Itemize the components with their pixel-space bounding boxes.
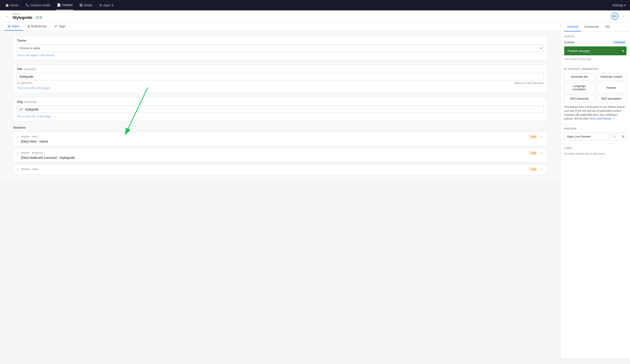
tab-bar: ⊞ Editor ◈ References 🏷 Tags <box>0 22 560 31</box>
section-more-button[interactable]: ··· <box>540 151 544 155</box>
section-type: Module - Video <box>21 168 39 171</box>
drag-handle-icon[interactable]: ⠿ <box>16 151 19 156</box>
char-count: 10 characters <box>17 82 32 85</box>
title-input[interactable] <box>17 73 544 80</box>
title-hint: This is the title of the page. <box>17 86 544 90</box>
settings-link[interactable]: Settings ▾ <box>612 3 626 7</box>
terms-policies-link[interactable]: Terms and Policies ↗ <box>590 117 614 120</box>
right-sidebar: General Comments Info STATUS Current Cha… <box>560 22 630 358</box>
draft-badge: Draft <box>529 135 538 139</box>
current-status-label: Current <box>564 40 574 44</box>
title-required: (required) <box>24 67 36 71</box>
tab-references[interactable]: ◈ References <box>24 22 50 31</box>
slug-icon: 🔗 <box>17 106 25 113</box>
references-icon: ◈ <box>28 24 30 28</box>
ai-section-title: AI CONTENT GENERATOR <box>564 68 626 70</box>
link-count-badge: 🔗 0 <box>34 16 43 19</box>
nav-content-model[interactable]: 🔧 Content model <box>24 0 51 10</box>
links-section: LINKS No other entries link to this entr… <box>561 144 630 158</box>
section-type: Module - Multicard <box>21 151 42 155</box>
content-model-icon: 🔧 <box>25 3 29 7</box>
nav-home[interactable]: 🏠 Home <box>4 0 19 10</box>
apps-icon: ⚙ <box>99 3 102 7</box>
nav-apps[interactable]: ⚙ Apps ▾ <box>98 0 114 10</box>
seo-description-button[interactable]: SEO description <box>596 95 627 102</box>
nav-content[interactable]: 📄 Content <box>56 0 74 10</box>
open-live-preview-button[interactable]: Open Live Preview <box>564 133 609 140</box>
slug-label: Slug <box>17 100 23 103</box>
preview-row: Open Live Preview ⬡ ⧉ <box>564 133 626 141</box>
theme-label: Theme <box>17 39 26 42</box>
seo-keywords-button[interactable]: SEO keywords <box>564 95 594 102</box>
generate-title-button[interactable]: Generate title <box>564 73 594 80</box>
right-tab-general[interactable]: General <box>564 22 581 31</box>
sub-header: ← Page Styleguide 🔗 0 BC ··· <box>0 10 630 22</box>
right-tab-comments[interactable]: Comments <box>581 22 602 31</box>
last-saved-text: Last saved 5 hours ago <box>564 57 626 60</box>
changed-badge: Changed <box>612 40 626 44</box>
section-name: [Dev] Hero - Home <box>21 140 544 143</box>
right-tab-bar: General Comments Info <box>561 22 630 32</box>
section-name: [Dev] Multicard Carousel - Styleguide <box>21 156 544 160</box>
title-label: Title <box>17 67 22 71</box>
sections-label: Sections <box>13 126 548 129</box>
tab-editor[interactable]: ⊞ Editor <box>4 22 23 31</box>
section-actions: Draft ··· <box>529 151 544 155</box>
nav-media[interactable]: 🖼 Media <box>79 0 93 10</box>
links-section-title: LINKS <box>564 147 626 150</box>
drag-handle-icon[interactable]: ⠿ <box>16 135 19 139</box>
external-icon: ⬡ <box>613 135 616 138</box>
right-tab-info[interactable]: Info <box>602 22 613 31</box>
status-row: Current Changed <box>564 40 626 44</box>
max-char-count: Maximum 256 characters <box>514 82 544 85</box>
avatar: BC <box>611 12 618 20</box>
section-content: Module - Multicard Draft ··· [Dev] Multi… <box>21 151 544 160</box>
section-actions: Draft ··· <box>529 135 544 139</box>
rewrite-button[interactable]: Rewrite <box>596 82 627 93</box>
publish-dropdown-button[interactable]: ▾ <box>619 46 626 55</box>
external-link-icon: ↗ <box>612 117 614 120</box>
publish-button[interactable]: Publish changes <box>564 46 619 55</box>
ai-disclaimer: This feature uses a third party AI tool.… <box>564 105 626 121</box>
status-section-title: STATUS <box>564 35 626 38</box>
more-options-button[interactable]: ··· <box>621 14 626 18</box>
media-icon: 🖼 <box>80 3 82 7</box>
section-item: ⠿ Module - Video Draft ··· <box>13 165 548 175</box>
section-more-button[interactable]: ··· <box>540 135 544 139</box>
copy-icon: ⧉ <box>622 135 624 138</box>
drag-handle-icon[interactable]: ⠿ <box>16 167 19 172</box>
generate-content-button[interactable]: Generate content <box>596 73 627 80</box>
section-actions: Draft ··· <box>529 167 544 171</box>
tags-icon: 🏷 <box>54 24 58 28</box>
slug-required: (required) <box>24 100 36 103</box>
preview-copy-button[interactable]: ⧉ <box>620 133 626 141</box>
header-actions: BC ··· <box>611 12 626 20</box>
publish-btn-wrapper: Publish changes ▾ <box>564 46 626 55</box>
section-type: Module - Hero <box>21 135 38 138</box>
page-title: Styleguide 🔗 0 <box>12 15 608 20</box>
settings-chevron-icon: ▾ <box>624 3 626 7</box>
back-button[interactable]: ← <box>4 13 10 19</box>
slug-hint: This is the URL of the page <box>17 115 544 118</box>
slug-input-wrapper: 🔗 <box>17 106 544 113</box>
home-icon: 🏠 <box>5 3 9 7</box>
content-icon: 📄 <box>57 3 60 7</box>
top-navigation: 🏠 Home 🔧 Content model 📄 Content 🖼 Media… <box>0 0 630 10</box>
editor-content: Theme Choose a value This is the page's … <box>0 31 560 182</box>
theme-hint: This is the page's color theme. <box>17 54 544 57</box>
section-more-button[interactable]: ··· <box>540 167 544 171</box>
title-field: Title (required) 10 characters Maximum 2… <box>13 64 548 93</box>
slug-input[interactable] <box>25 106 544 113</box>
main-layout: ⊞ Editor ◈ References 🏷 Tags Theme <box>0 22 630 358</box>
tab-tags[interactable]: 🏷 Tags <box>51 22 69 31</box>
preview-external-button[interactable]: ⬡ <box>611 133 618 141</box>
theme-select[interactable]: Choose a value <box>17 44 544 52</box>
ai-section: AI CONTENT GENERATOR Generate title Gene… <box>561 64 630 124</box>
preview-section-title: PREVIEW <box>564 127 626 130</box>
apps-chevron-icon: ▾ <box>112 3 113 7</box>
no-links-text: No other entries link to this entry. <box>564 152 626 155</box>
ai-buttons-grid: Generate title Generate content Language… <box>564 73 626 102</box>
language-translation-button[interactable]: Language translation <box>564 82 594 93</box>
sections-container: Sections ⠿ Module - Hero Draft ··· [Dev]… <box>13 126 548 175</box>
breadcrumb: Page Styleguide 🔗 0 <box>12 13 608 20</box>
